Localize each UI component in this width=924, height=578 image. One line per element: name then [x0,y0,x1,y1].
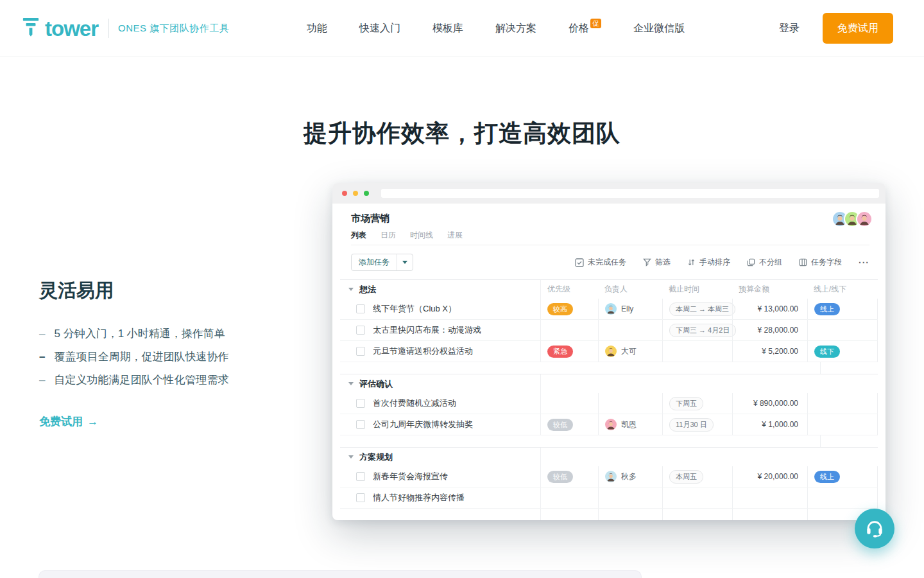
task-checkbox[interactable] [356,304,365,313]
nav-item-5[interactable]: 企业微信版 [633,22,685,35]
task-table: 想法优先级负责人截止时间预算金额线上/线下线下年货节（Club X）较高 Ell… [332,279,886,520]
toolbar-filter[interactable]: 筛选 [643,257,671,268]
budget-amount: ¥ 20,000.00 [758,472,798,481]
zoom-window-button[interactable] [364,191,369,196]
logo[interactable]: tower ONES 旗下团队协作工具 [22,0,229,57]
due-date-pill: 下周三 → 4月2日 [669,324,736,337]
tab-3[interactable]: 进展 [447,231,463,239]
assignee-name: 大可 [621,346,637,357]
table-cell [732,448,807,466]
task-row[interactable]: 新春年货会海报宣传较低 秋多本周五¥ 20,000.00线上 [340,466,878,487]
toolbar-columns[interactable]: 任务字段 [799,257,842,268]
add-task-dropdown[interactable] [397,254,413,270]
table-cell: 预算金额 [732,280,807,299]
table-cell [540,393,598,414]
group-header: 想法 [340,280,540,299]
group-name: 评估确认 [359,378,393,390]
page: tower ONES 旗下团队协作工具 功能快速入门模板库解决方案价格促企业微信… [0,0,924,578]
table-cell [732,509,807,520]
toolbar-group[interactable]: 不分组 [747,257,782,268]
tab-0[interactable]: 列表 [351,231,366,239]
due-date-pill: 下周五 [669,397,703,410]
table-cell: 线上/线下 [807,280,878,299]
more-options-button[interactable]: ··· [859,258,869,268]
browser-address-bar[interactable] [381,189,879,198]
feature-free-trial-link[interactable]: 免费试用 → [39,414,98,429]
nav-item-label: 价格 [569,22,589,33]
main-nav: 功能快速入门模板库解决方案价格促企业微信版 [307,0,685,57]
caret-down-icon[interactable] [348,455,354,459]
group-spacer [340,435,878,447]
minimize-window-button[interactable] [353,191,358,196]
support-chat-button[interactable] [855,509,894,548]
nav-item-0[interactable]: 功能 [307,22,327,35]
avatar-member-3[interactable] [857,212,871,226]
task-checkbox[interactable] [356,326,365,335]
table-cell: 11月30 日 [662,414,732,435]
toolbar-label: 手动排序 [699,257,730,268]
table-cell: 公司九周年庆微博转发抽奖 [340,414,540,435]
task-title: 新春年货会海报宣传 [373,471,448,482]
nav-item-2[interactable]: 模板库 [432,22,463,35]
table-cell: ¥ 890,000.00 [732,393,807,414]
task-row[interactable]: 公司九周年庆微博转发抽奖较低 凯恩11月30 日¥ 1,000.00 [340,414,878,435]
task-row[interactable]: 太古里快闪店布展：动漫游戏下周三 → 4月2日¥ 28,000.00 [340,320,878,341]
bullet-dash: – [39,328,45,339]
login-link[interactable]: 登录 [779,22,800,35]
table-cell [807,448,878,466]
budget-amount: ¥ 5,200.00 [762,347,798,356]
task-title: 首次付费随机立减活动 [373,398,456,409]
table-cell: 首次付费随机立减活动 [340,393,540,414]
bullet-text: 5 分钟入门，1 小时精通，操作简单 [54,328,225,339]
nav-item-label: 企业微信版 [633,22,685,33]
tab-1[interactable]: 日历 [381,231,396,239]
nav-item-3[interactable]: 解决方案 [495,22,536,35]
app-window: 市场营销 列表日历时间线进展 添加任务 未完成任务筛选手动排序不分组任务字段··… [332,183,886,520]
priority-badge: 较低 [547,471,573,483]
group-row[interactable]: 方案规划 [340,447,878,466]
table-cell [598,509,662,520]
toolbar-sort[interactable]: 手动排序 [687,257,730,268]
member-avatars [835,212,871,226]
table-cell: ¥ 13,000.00 [732,299,807,319]
task-checkbox[interactable] [356,493,365,502]
table-cell: 大可 [598,341,662,362]
task-row[interactable]: 情人节好物推荐内容传播 [340,487,878,509]
caret-down-icon[interactable] [348,288,354,291]
table-cell: 截止时间 [662,280,732,299]
task-checkbox[interactable] [356,399,365,408]
task-row[interactable]: 首次付费随机立减活动下周五¥ 890,000.00 [340,393,878,414]
table-cell: 元旦节邀请送积分权益活动 [340,341,540,362]
task-checkbox[interactable] [356,472,365,481]
nav-item-1[interactable]: 快速入门 [359,22,400,35]
toolbar-label: 筛选 [655,257,671,268]
close-window-button[interactable] [342,191,347,196]
caret-down-icon[interactable] [348,382,354,385]
table-cell [820,435,878,447]
project-title: 市场营销 [351,213,869,225]
group-icon [747,258,755,267]
task-row[interactable]: 元旦节邀请送积分权益活动紧急 大可¥ 5,200.00线下 [340,341,878,362]
task-title: 情人节好物推荐内容传播 [373,492,465,504]
free-trial-button[interactable]: 免费试用 [823,13,893,44]
task-row[interactable]: 线下年货节（Club X）较高 Elly本周二 → 本周三¥ 13,000.00… [340,299,878,320]
columns-icon [799,258,807,267]
task-checkbox[interactable] [356,420,365,429]
table-cell: ¥ 5,200.00 [732,341,807,362]
group-row[interactable]: 想法优先级负责人截止时间预算金额线上/线下 [340,279,878,299]
budget-amount: ¥ 890,000.00 [753,399,798,408]
nav-item-label: 功能 [307,22,327,33]
nav-item-4[interactable]: 价格促 [569,22,601,35]
task-checkbox[interactable] [356,347,365,356]
table-cell [598,393,662,414]
feature-title: 灵活易用 [39,278,302,304]
add-task-button[interactable]: 添加任务 [351,254,413,271]
table-cell: Elly [598,299,662,319]
bullet-text: 覆盖项目全周期，促进团队快速协作 [54,351,228,362]
assignee-avatar [605,419,617,430]
table-cell [598,374,662,393]
group-row[interactable]: 评估确认 [340,374,878,393]
toolbar-checkbox[interactable]: 未完成任务 [575,257,626,268]
tab-2[interactable]: 时间线 [410,231,433,239]
toolbar-label: 任务字段 [811,257,842,268]
